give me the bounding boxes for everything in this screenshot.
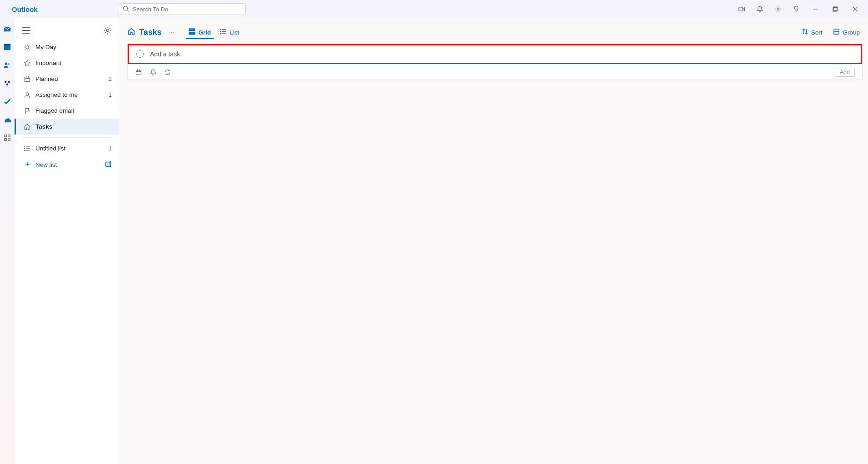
sidebar-item-important[interactable]: Important [15,55,119,71]
sidebar-item-myday[interactable]: My Day [15,39,119,55]
search-input[interactable] [133,6,242,13]
window-close-button[interactable] [846,1,864,17]
sidebar-item-label: My Day [35,44,112,50]
add-task-row[interactable] [128,44,862,64]
sidebar-separator [22,137,112,138]
rail-todo-icon[interactable] [2,96,12,106]
rail-mail-icon[interactable] [2,24,12,34]
svg-rect-2 [739,7,743,11]
sort-label: Sort [811,29,823,36]
notifications-icon[interactable] [752,1,768,17]
sort-button[interactable]: Sort [799,26,825,38]
page-title: Tasks [127,27,162,38]
settings-icon[interactable] [770,1,786,17]
svg-point-14 [5,81,7,83]
sidebar-item-tasks[interactable]: Tasks [15,119,119,135]
main-header: Tasks ··· Grid List Sort Group [127,21,863,44]
window-minimize-button[interactable] [806,1,824,17]
view-tabs: Grid List [186,25,242,39]
add-task-card: Add [127,44,863,80]
sidebar-item-label: Assigned to me [35,91,109,98]
view-tab-list[interactable]: List [217,25,242,39]
svg-point-33 [25,150,25,151]
home-icon [127,27,135,38]
svg-rect-38 [189,32,192,35]
titlebar: Outlook [0,0,868,18]
group-icon [833,28,840,36]
svg-rect-48 [136,70,141,75]
hamburger-menu-icon[interactable] [22,27,30,34]
window-maximize-button[interactable] [826,1,844,17]
svg-point-16 [6,83,9,85]
sidebar-item-label: Important [35,60,112,66]
task-radio-icon[interactable] [136,50,144,58]
svg-point-45 [220,33,221,34]
add-button[interactable]: Add [835,68,855,77]
new-list-button[interactable]: + New list + [15,156,119,173]
rail-people-icon[interactable] [2,60,12,70]
svg-point-15 [8,81,10,83]
rail-groups-icon[interactable] [2,78,12,88]
sidebar-item-label: Tasks [35,123,112,130]
new-group-icon[interactable]: + [105,160,112,169]
svg-rect-17 [5,135,7,137]
svg-point-31 [25,146,25,147]
list-icon [22,145,33,152]
group-label: Group [843,29,860,36]
svg-point-12 [5,63,7,65]
sidebar-list-count: 1 [109,145,112,152]
sidebar-item-flagged[interactable]: Flagged email [15,103,119,119]
rail-calendar-icon[interactable] [2,42,12,52]
add-task-options: Add [128,64,862,80]
sidebar-nav: My Day Important Planned 2 Assigned to m… [15,39,119,173]
plus-icon: + [22,160,33,170]
sidebar-settings-icon[interactable] [104,26,112,35]
svg-line-1 [127,10,129,11]
sidebar-item-assigned[interactable]: Assigned to me 1 [15,87,119,103]
svg-rect-39 [193,32,195,35]
view-tab-label: Grid [198,29,211,36]
view-tab-grid[interactable]: Grid [186,25,214,39]
reminder-icon[interactable] [150,69,157,76]
repeat-icon[interactable] [164,69,171,76]
svg-point-0 [123,6,127,10]
rail-onedrive-icon[interactable] [2,115,12,125]
svg-point-22 [26,45,29,48]
rail-more-apps-icon[interactable] [2,133,12,143]
sun-icon [22,44,33,51]
svg-point-44 [220,31,221,32]
svg-rect-18 [8,135,10,137]
sidebar-item-label: Flagged email [35,107,112,114]
more-options-button[interactable]: ··· [167,29,176,36]
due-date-icon[interactable] [135,69,142,76]
add-task-input[interactable] [150,50,853,58]
sidebar: My Day Important Planned 2 Assigned to m… [15,18,119,464]
svg-rect-36 [189,29,192,31]
sidebar-list-item[interactable]: Untitled list 1 [15,140,119,156]
new-list-label: New list [35,161,105,168]
svg-point-32 [25,148,25,149]
svg-point-27 [26,92,29,95]
view-tab-label: List [229,29,239,36]
svg-point-13 [7,63,10,65]
main-content: Tasks ··· Grid List Sort Group [119,18,868,464]
search-box[interactable] [119,3,246,15]
list-icon [220,28,227,36]
svg-rect-23 [25,77,30,81]
title-buttons [733,1,864,17]
person-icon [22,91,33,99]
meet-now-icon[interactable] [733,1,750,17]
tips-icon[interactable] [788,1,804,17]
app-rail [0,18,15,464]
star-icon [22,60,33,67]
sidebar-item-count: 2 [109,76,112,82]
grid-icon [189,28,195,36]
svg-rect-20 [8,139,10,141]
sidebar-item-planned[interactable]: Planned 2 [15,71,119,87]
sidebar-item-count: 1 [109,92,112,98]
group-button[interactable]: Group [830,26,863,38]
search-icon [123,5,133,13]
svg-text:+: + [107,162,109,166]
home-icon [22,123,33,130]
flag-icon [22,107,33,115]
